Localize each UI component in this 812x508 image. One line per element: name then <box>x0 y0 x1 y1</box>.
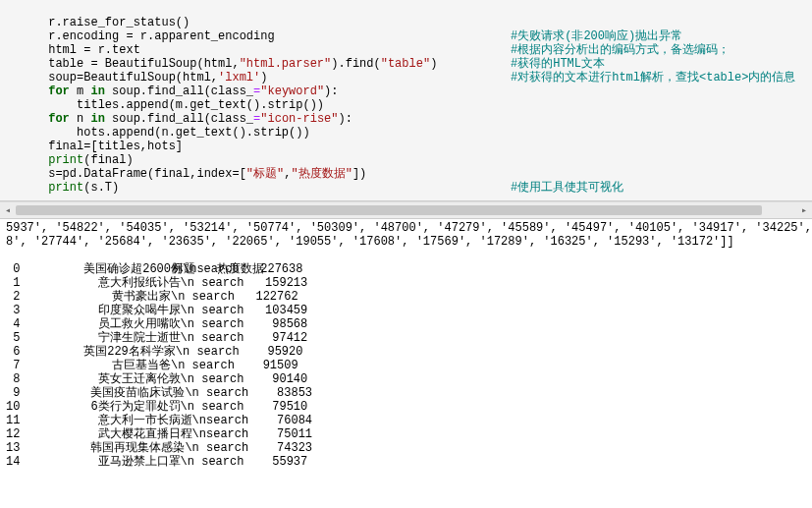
table-row: 4 员工救火用嘴吹\n search 98568 <box>6 317 806 331</box>
code-comment: #使用工具使其可视化 <box>511 181 623 195</box>
scroll-right-icon[interactable]: ▸ <box>796 202 812 218</box>
code-text: titles.append(m.get_text().strip()) <box>48 98 324 112</box>
table-row: 10 6类行为定罪处罚\n search 79510 <box>6 400 806 414</box>
code-text: final=[titles,hots] <box>48 140 183 153</box>
code-string: 'lxml' <box>218 71 260 85</box>
code-text: ): <box>339 112 352 126</box>
table-row: 1 意大利报纸讣告\n search 159213 <box>6 276 806 290</box>
code-text: hots.append(n.get_text().strip()) <box>48 126 309 140</box>
table-row: 3 印度聚众喝牛尿\n search 103459 <box>6 304 806 317</box>
code-text: table = BeautifulSoup(html, <box>48 57 239 71</box>
table-row: 11 意大利一市长病逝\nsearch 76084 <box>6 414 806 427</box>
output-line: 5937', '54822', '54035', '53214', '50774… <box>6 221 806 235</box>
code-string: "table" <box>381 57 430 71</box>
table-row: 0 美国确诊超2600例\nsearch 227638 <box>6 262 806 276</box>
code-text: ).find( <box>331 57 380 71</box>
table-header-row: 标题 热度数据 <box>6 249 806 262</box>
code-string: "标题" <box>246 167 284 181</box>
code-line: r.raise_for_status() #失败请求(非200响应)抛出异常 <box>6 2 806 16</box>
code-builtin: print <box>48 153 83 167</box>
code-comment: #对获得的文本进行html解析，查找<table>内的信息 <box>511 71 795 85</box>
table-row: 9 美国疫苗临床试验\n search 83853 <box>6 386 806 400</box>
table-row: 6 英国229名科学家\n search 95920 <box>6 345 806 359</box>
output-line: 8', '27744', '25684', '23635', '22065', … <box>6 235 806 249</box>
output-pane: 5937', '54822', '54035', '53214', '50774… <box>0 219 812 471</box>
code-text: r.raise_for_status() <box>48 16 189 29</box>
code-text: n <box>70 112 91 126</box>
table-row: 2 黄书豪出家\n search 122762 <box>6 290 806 304</box>
code-string: "html.parser" <box>240 57 332 71</box>
code-text: soup=BeautifulSoup(html, <box>48 71 218 85</box>
code-comment: #获得的HTML文本 <box>511 57 605 71</box>
code-keyword: in <box>90 112 104 126</box>
code-string: "keyword" <box>260 85 324 98</box>
table-row: 14 亚马逊禁上口罩\n search 55937 <box>6 455 806 469</box>
code-text: html = r.text <box>48 43 140 57</box>
code-string: "icon-rise" <box>260 112 338 126</box>
code-text: soup.find_all(class_ <box>105 85 253 98</box>
code-string: "热度数据" <box>291 167 352 181</box>
code-keyword: in <box>90 85 104 98</box>
table-row: 5 宁津生院士逝世\n search 97412 <box>6 331 806 345</box>
horizontal-scrollbar[interactable]: ◂ ▸ <box>0 201 812 219</box>
code-comment: #失败请求(非200响应)抛出异常 <box>511 29 682 43</box>
table-row: 8 英女王迁离伦敦\n search 90140 <box>6 372 806 386</box>
code-text: ) <box>430 57 437 71</box>
code-text: (final) <box>83 153 133 167</box>
code-keyword: for <box>48 112 70 126</box>
code-text: r.encoding = r.apparent_encoding <box>48 29 274 43</box>
code-editor: r.raise_for_status() #失败请求(非200响应)抛出异常 r… <box>0 0 812 201</box>
table-row: 12 武大樱花直播日程\nsearch 75011 <box>6 427 806 441</box>
scrollbar-thumb[interactable] <box>16 205 762 215</box>
code-text: ]) <box>352 167 366 181</box>
code-builtin: print <box>48 181 83 195</box>
table-row: 7 古巨基当爸\n search 91509 <box>6 359 806 372</box>
code-text: ): <box>324 85 338 98</box>
code-keyword: for <box>48 85 70 98</box>
table-row: 13 韩国再现集体感染\n search 74323 <box>6 441 806 455</box>
scroll-left-icon[interactable]: ◂ <box>0 202 16 218</box>
code-text: (s.T) <box>83 181 119 195</box>
code-text: ) <box>260 71 267 85</box>
code-comment: #根据内容分析出的编码方式，备选编码； <box>511 43 730 57</box>
code-text: s=pd.DataFrame(final,index=[ <box>48 167 246 181</box>
code-text: m <box>70 85 91 98</box>
code-text: soup.find_all(class_ <box>105 112 253 126</box>
